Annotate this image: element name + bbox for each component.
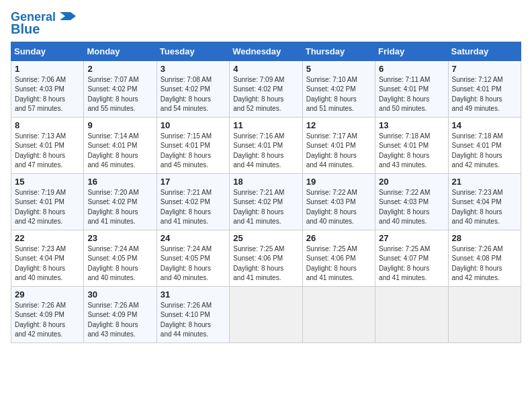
weekday-header-cell: Friday bbox=[375, 42, 448, 60]
day-info: Sunrise: 7:26 AM Sunset: 4:09 PM Dayligh… bbox=[87, 301, 152, 340]
day-info: Sunrise: 7:24 AM Sunset: 4:05 PM Dayligh… bbox=[161, 244, 226, 283]
day-number: 8 bbox=[15, 120, 80, 130]
calendar-week-row: 1Sunrise: 7:06 AM Sunset: 4:03 PM Daylig… bbox=[11, 60, 521, 117]
calendar-day-cell: 22Sunrise: 7:23 AM Sunset: 4:04 PM Dayli… bbox=[11, 230, 84, 286]
day-info: Sunrise: 7:23 AM Sunset: 4:04 PM Dayligh… bbox=[452, 188, 517, 227]
weekday-header-cell: Sunday bbox=[11, 42, 84, 60]
weekday-header-cell: Saturday bbox=[448, 42, 521, 60]
day-number: 23 bbox=[87, 233, 152, 243]
day-info: Sunrise: 7:25 AM Sunset: 4:06 PM Dayligh… bbox=[306, 244, 371, 283]
logo-text-blue: Blue bbox=[11, 21, 40, 36]
day-number: 16 bbox=[87, 177, 152, 187]
logo-arrow-icon bbox=[57, 9, 76, 23]
day-number: 12 bbox=[306, 120, 371, 130]
day-number: 9 bbox=[87, 120, 152, 130]
calendar-day-cell bbox=[302, 286, 375, 342]
calendar-day-cell: 5Sunrise: 7:10 AM Sunset: 4:02 PM Daylig… bbox=[302, 60, 375, 117]
calendar-week-row: 15Sunrise: 7:19 AM Sunset: 4:01 PM Dayli… bbox=[11, 173, 521, 230]
page-header: General Blue bbox=[11, 11, 521, 36]
day-info: Sunrise: 7:22 AM Sunset: 4:03 PM Dayligh… bbox=[379, 188, 444, 227]
day-info: Sunrise: 7:11 AM Sunset: 4:01 PM Dayligh… bbox=[379, 75, 444, 114]
calendar-day-cell: 26Sunrise: 7:25 AM Sunset: 4:06 PM Dayli… bbox=[302, 230, 375, 286]
calendar-day-cell: 8Sunrise: 7:13 AM Sunset: 4:01 PM Daylig… bbox=[11, 117, 84, 173]
calendar-day-cell: 31Sunrise: 7:26 AM Sunset: 4:10 PM Dayli… bbox=[157, 286, 229, 342]
weekday-header-cell: Wednesday bbox=[230, 42, 302, 60]
day-info: Sunrise: 7:13 AM Sunset: 4:01 PM Dayligh… bbox=[15, 132, 80, 171]
weekday-header-cell: Tuesday bbox=[157, 42, 229, 60]
day-info: Sunrise: 7:24 AM Sunset: 4:05 PM Dayligh… bbox=[87, 244, 152, 283]
day-number: 10 bbox=[161, 120, 226, 130]
day-info: Sunrise: 7:10 AM Sunset: 4:02 PM Dayligh… bbox=[306, 75, 371, 114]
day-number: 3 bbox=[161, 64, 226, 74]
calendar-day-cell: 13Sunrise: 7:18 AM Sunset: 4:01 PM Dayli… bbox=[375, 117, 448, 173]
day-number: 30 bbox=[87, 289, 152, 300]
day-number: 7 bbox=[452, 64, 517, 74]
day-number: 31 bbox=[161, 289, 226, 300]
calendar-day-cell: 16Sunrise: 7:20 AM Sunset: 4:02 PM Dayli… bbox=[84, 173, 157, 230]
day-info: Sunrise: 7:21 AM Sunset: 4:02 PM Dayligh… bbox=[161, 188, 226, 227]
calendar-day-cell: 10Sunrise: 7:15 AM Sunset: 4:01 PM Dayli… bbox=[157, 117, 229, 173]
day-number: 25 bbox=[233, 233, 298, 243]
day-info: Sunrise: 7:07 AM Sunset: 4:02 PM Dayligh… bbox=[87, 75, 152, 114]
day-info: Sunrise: 7:16 AM Sunset: 4:01 PM Dayligh… bbox=[233, 132, 298, 171]
calendar-day-cell: 7Sunrise: 7:12 AM Sunset: 4:01 PM Daylig… bbox=[448, 60, 521, 117]
calendar-day-cell: 1Sunrise: 7:06 AM Sunset: 4:03 PM Daylig… bbox=[11, 60, 84, 117]
calendar-week-row: 22Sunrise: 7:23 AM Sunset: 4:04 PM Dayli… bbox=[11, 230, 521, 286]
calendar-day-cell bbox=[230, 286, 302, 342]
calendar-day-cell: 17Sunrise: 7:21 AM Sunset: 4:02 PM Dayli… bbox=[157, 173, 229, 230]
calendar-day-cell bbox=[375, 286, 448, 342]
day-info: Sunrise: 7:25 AM Sunset: 4:07 PM Dayligh… bbox=[379, 244, 444, 283]
day-info: Sunrise: 7:22 AM Sunset: 4:03 PM Dayligh… bbox=[306, 188, 371, 227]
calendar-day-cell: 30Sunrise: 7:26 AM Sunset: 4:09 PM Dayli… bbox=[84, 286, 157, 342]
calendar-day-cell: 6Sunrise: 7:11 AM Sunset: 4:01 PM Daylig… bbox=[375, 60, 448, 117]
calendar-day-cell: 19Sunrise: 7:22 AM Sunset: 4:03 PM Dayli… bbox=[302, 173, 375, 230]
calendar-week-row: 8Sunrise: 7:13 AM Sunset: 4:01 PM Daylig… bbox=[11, 117, 521, 173]
calendar-day-cell: 27Sunrise: 7:25 AM Sunset: 4:07 PM Dayli… bbox=[375, 230, 448, 286]
calendar-day-cell: 3Sunrise: 7:08 AM Sunset: 4:02 PM Daylig… bbox=[157, 60, 229, 117]
calendar-table: SundayMondayTuesdayWednesdayThursdayFrid… bbox=[11, 42, 521, 343]
day-number: 21 bbox=[452, 177, 517, 187]
calendar-week-row: 29Sunrise: 7:26 AM Sunset: 4:09 PM Dayli… bbox=[11, 286, 521, 342]
day-number: 5 bbox=[306, 64, 371, 74]
calendar-day-cell: 12Sunrise: 7:17 AM Sunset: 4:01 PM Dayli… bbox=[302, 117, 375, 173]
day-number: 26 bbox=[306, 233, 371, 243]
day-number: 11 bbox=[233, 120, 298, 130]
calendar-day-cell: 24Sunrise: 7:24 AM Sunset: 4:05 PM Dayli… bbox=[157, 230, 229, 286]
day-number: 2 bbox=[87, 64, 152, 74]
day-info: Sunrise: 7:14 AM Sunset: 4:01 PM Dayligh… bbox=[87, 132, 152, 171]
calendar-day-cell bbox=[448, 286, 521, 342]
day-number: 19 bbox=[306, 177, 371, 187]
day-info: Sunrise: 7:08 AM Sunset: 4:02 PM Dayligh… bbox=[161, 75, 226, 114]
day-number: 27 bbox=[379, 233, 444, 243]
weekday-header-cell: Thursday bbox=[302, 42, 375, 60]
logo: General Blue bbox=[11, 11, 76, 36]
calendar-day-cell: 11Sunrise: 7:16 AM Sunset: 4:01 PM Dayli… bbox=[230, 117, 302, 173]
day-info: Sunrise: 7:12 AM Sunset: 4:01 PM Dayligh… bbox=[452, 75, 517, 114]
calendar-day-cell: 23Sunrise: 7:24 AM Sunset: 4:05 PM Dayli… bbox=[84, 230, 157, 286]
weekday-header-cell: Monday bbox=[84, 42, 157, 60]
calendar-day-cell: 15Sunrise: 7:19 AM Sunset: 4:01 PM Dayli… bbox=[11, 173, 84, 230]
calendar-day-cell: 20Sunrise: 7:22 AM Sunset: 4:03 PM Dayli… bbox=[375, 173, 448, 230]
calendar-day-cell: 18Sunrise: 7:21 AM Sunset: 4:02 PM Dayli… bbox=[230, 173, 302, 230]
calendar-day-cell: 4Sunrise: 7:09 AM Sunset: 4:02 PM Daylig… bbox=[230, 60, 302, 117]
weekday-header-row: SundayMondayTuesdayWednesdayThursdayFrid… bbox=[11, 42, 521, 60]
day-info: Sunrise: 7:06 AM Sunset: 4:03 PM Dayligh… bbox=[15, 75, 80, 114]
day-info: Sunrise: 7:18 AM Sunset: 4:01 PM Dayligh… bbox=[452, 132, 517, 171]
day-info: Sunrise: 7:21 AM Sunset: 4:02 PM Dayligh… bbox=[233, 188, 298, 227]
day-number: 4 bbox=[233, 64, 298, 74]
day-number: 29 bbox=[15, 289, 80, 300]
calendar-day-cell: 9Sunrise: 7:14 AM Sunset: 4:01 PM Daylig… bbox=[84, 117, 157, 173]
day-number: 24 bbox=[161, 233, 226, 243]
day-info: Sunrise: 7:09 AM Sunset: 4:02 PM Dayligh… bbox=[233, 75, 298, 114]
day-number: 18 bbox=[233, 177, 298, 187]
day-info: Sunrise: 7:20 AM Sunset: 4:02 PM Dayligh… bbox=[87, 188, 152, 227]
day-number: 14 bbox=[452, 120, 517, 130]
svg-marker-0 bbox=[60, 12, 76, 20]
calendar-day-cell: 2Sunrise: 7:07 AM Sunset: 4:02 PM Daylig… bbox=[84, 60, 157, 117]
day-info: Sunrise: 7:25 AM Sunset: 4:06 PM Dayligh… bbox=[233, 244, 298, 283]
calendar-day-cell: 28Sunrise: 7:26 AM Sunset: 4:08 PM Dayli… bbox=[448, 230, 521, 286]
day-number: 6 bbox=[379, 64, 444, 74]
day-info: Sunrise: 7:23 AM Sunset: 4:04 PM Dayligh… bbox=[15, 244, 80, 283]
day-info: Sunrise: 7:26 AM Sunset: 4:10 PM Dayligh… bbox=[161, 301, 226, 340]
day-info: Sunrise: 7:17 AM Sunset: 4:01 PM Dayligh… bbox=[306, 132, 371, 171]
